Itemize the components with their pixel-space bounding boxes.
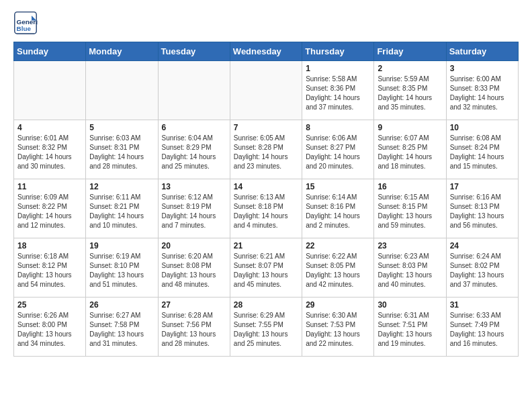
day-number: 4 [17,123,82,132]
day-number: 27 [162,300,226,310]
calendar-week: 18Sunrise: 6:18 AMSunset: 8:12 PMDayligh… [14,238,519,298]
weekday-header: Wednesday [230,42,302,61]
calendar-cell: 7Sunrise: 6:05 AMSunset: 8:28 PMDaylight… [230,120,302,179]
calendar-cell: 28Sunrise: 6:29 AMSunset: 7:55 PMDayligh… [230,298,302,357]
day-info: Sunrise: 6:11 AMSunset: 8:21 PMDaylight:… [89,193,154,230]
day-info: Sunrise: 6:29 AMSunset: 7:55 PMDaylight:… [234,311,298,349]
calendar-week: 4Sunrise: 6:01 AMSunset: 8:32 PMDaylight… [14,120,519,179]
weekday-header: Saturday [446,42,518,61]
day-info: Sunrise: 6:01 AMSunset: 8:32 PMDaylight:… [17,134,82,171]
day-info: Sunrise: 6:14 AMSunset: 8:16 PMDaylight:… [306,193,370,230]
calendar-cell: 22Sunrise: 6:22 AMSunset: 8:05 PMDayligh… [302,238,374,298]
day-number: 31 [450,300,515,310]
calendar-cell: 30Sunrise: 6:31 AMSunset: 7:51 PMDayligh… [374,298,446,357]
day-number: 19 [89,241,154,250]
logo-icon: General Blue [13,11,38,35]
day-info: Sunrise: 6:18 AMSunset: 8:12 PMDaylight:… [17,252,82,289]
day-number: 2 [378,64,442,73]
logo: General Blue [13,11,40,35]
day-info: Sunrise: 6:08 AMSunset: 8:24 PMDaylight:… [450,134,515,171]
weekday-header: Monday [86,42,158,61]
day-info: Sunrise: 6:33 AMSunset: 7:49 PMDaylight:… [450,311,515,349]
calendar-cell: 19Sunrise: 6:19 AMSunset: 8:10 PMDayligh… [86,238,158,298]
calendar-cell: 18Sunrise: 6:18 AMSunset: 8:12 PMDayligh… [14,238,86,298]
day-info: Sunrise: 6:15 AMSunset: 8:15 PMDaylight:… [378,193,442,230]
day-info: Sunrise: 6:19 AMSunset: 8:10 PMDaylight:… [89,252,154,289]
calendar-cell: 14Sunrise: 6:13 AMSunset: 8:18 PMDayligh… [230,179,302,238]
day-number: 23 [378,241,442,250]
calendar-cell: 3Sunrise: 6:00 AMSunset: 8:33 PMDaylight… [446,61,518,120]
weekday-header: Friday [374,42,446,61]
day-info: Sunrise: 6:07 AMSunset: 8:25 PMDaylight:… [378,134,442,171]
day-info: Sunrise: 6:27 AMSunset: 7:58 PMDaylight:… [89,311,154,349]
calendar-cell: 21Sunrise: 6:21 AMSunset: 8:07 PMDayligh… [230,238,302,298]
calendar-cell: 8Sunrise: 6:06 AMSunset: 8:27 PMDaylight… [302,120,374,179]
calendar-cell [158,61,230,120]
day-number: 13 [162,182,226,191]
day-number: 5 [89,123,154,132]
page: General Blue SundayMondayTuesdayWednesda… [0,0,532,367]
calendar-week: 1Sunrise: 5:58 AMSunset: 8:36 PMDaylight… [14,61,519,120]
calendar-cell: 16Sunrise: 6:15 AMSunset: 8:15 PMDayligh… [374,179,446,238]
weekday-row: SundayMondayTuesdayWednesdayThursdayFrid… [14,42,519,61]
calendar-cell [230,61,302,120]
calendar: SundayMondayTuesdayWednesdayThursdayFrid… [13,42,519,357]
calendar-week: 11Sunrise: 6:09 AMSunset: 8:22 PMDayligh… [14,179,519,238]
calendar-cell: 23Sunrise: 6:23 AMSunset: 8:03 PMDayligh… [374,238,446,298]
day-number: 12 [89,182,154,191]
day-number: 26 [89,300,154,310]
calendar-cell: 20Sunrise: 6:20 AMSunset: 8:08 PMDayligh… [158,238,230,298]
calendar-cell [14,61,86,120]
calendar-week: 25Sunrise: 6:26 AMSunset: 8:00 PMDayligh… [14,298,519,357]
calendar-cell: 9Sunrise: 6:07 AMSunset: 8:25 PMDaylight… [374,120,446,179]
day-info: Sunrise: 6:20 AMSunset: 8:08 PMDaylight:… [162,252,226,289]
day-info: Sunrise: 6:26 AMSunset: 8:00 PMDaylight:… [17,311,82,349]
day-number: 20 [162,241,226,250]
day-info: Sunrise: 6:12 AMSunset: 8:19 PMDaylight:… [162,193,226,230]
day-number: 17 [450,182,515,191]
calendar-cell: 17Sunrise: 6:16 AMSunset: 8:13 PMDayligh… [446,179,518,238]
day-number: 30 [378,300,442,310]
day-number: 15 [306,182,370,191]
calendar-cell: 25Sunrise: 6:26 AMSunset: 8:00 PMDayligh… [14,298,86,357]
calendar-cell: 29Sunrise: 6:30 AMSunset: 7:53 PMDayligh… [302,298,374,357]
calendar-cell: 15Sunrise: 6:14 AMSunset: 8:16 PMDayligh… [302,179,374,238]
day-info: Sunrise: 6:06 AMSunset: 8:27 PMDaylight:… [306,134,370,171]
day-info: Sunrise: 6:09 AMSunset: 8:22 PMDaylight:… [17,193,82,230]
day-info: Sunrise: 5:58 AMSunset: 8:36 PMDaylight:… [306,75,370,112]
day-info: Sunrise: 6:00 AMSunset: 8:33 PMDaylight:… [450,75,515,112]
calendar-cell: 4Sunrise: 6:01 AMSunset: 8:32 PMDaylight… [14,120,86,179]
day-number: 29 [306,300,370,310]
day-number: 6 [162,123,226,132]
day-number: 18 [17,241,82,250]
day-info: Sunrise: 6:24 AMSunset: 8:02 PMDaylight:… [450,252,515,289]
day-number: 22 [306,241,370,250]
day-number: 14 [234,182,298,191]
day-info: Sunrise: 6:22 AMSunset: 8:05 PMDaylight:… [306,252,370,289]
day-info: Sunrise: 6:21 AMSunset: 8:07 PMDaylight:… [234,252,298,289]
calendar-cell: 26Sunrise: 6:27 AMSunset: 7:58 PMDayligh… [86,298,158,357]
day-info: Sunrise: 6:31 AMSunset: 7:51 PMDaylight:… [378,311,442,349]
calendar-cell: 12Sunrise: 6:11 AMSunset: 8:21 PMDayligh… [86,179,158,238]
day-number: 16 [378,182,442,191]
calendar-cell: 2Sunrise: 5:59 AMSunset: 8:35 PMDaylight… [374,61,446,120]
weekday-header: Tuesday [158,42,230,61]
calendar-cell: 6Sunrise: 6:04 AMSunset: 8:29 PMDaylight… [158,120,230,179]
day-number: 25 [17,300,82,310]
calendar-cell: 27Sunrise: 6:28 AMSunset: 7:56 PMDayligh… [158,298,230,357]
svg-text:Blue: Blue [17,25,32,32]
calendar-body: 1Sunrise: 5:58 AMSunset: 8:36 PMDaylight… [14,61,519,357]
calendar-cell: 24Sunrise: 6:24 AMSunset: 8:02 PMDayligh… [446,238,518,298]
day-number: 28 [234,300,298,310]
day-info: Sunrise: 5:59 AMSunset: 8:35 PMDaylight:… [378,75,442,112]
day-number: 21 [234,241,298,250]
weekday-header: Thursday [302,42,374,61]
day-number: 9 [378,123,442,132]
calendar-cell: 11Sunrise: 6:09 AMSunset: 8:22 PMDayligh… [14,179,86,238]
day-number: 11 [17,182,82,191]
calendar-cell: 1Sunrise: 5:58 AMSunset: 8:36 PMDaylight… [302,61,374,120]
day-number: 24 [450,241,515,250]
calendar-cell [86,61,158,120]
day-number: 8 [306,123,370,132]
day-number: 7 [234,123,298,132]
